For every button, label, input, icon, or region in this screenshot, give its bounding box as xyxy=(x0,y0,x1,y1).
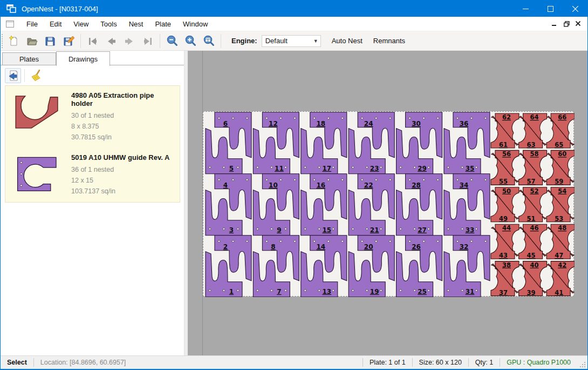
red-part-pair[interactable]: 4645 xyxy=(519,224,547,259)
engine-select[interactable]: Default ▼ xyxy=(262,35,321,47)
zoom-fit-button[interactable] xyxy=(200,33,218,49)
purple-part-pair[interactable]: 1211 xyxy=(253,112,299,174)
red-part-pair[interactable]: 5251 xyxy=(519,187,547,223)
drill-hole xyxy=(380,290,382,292)
zoom-fit-icon xyxy=(203,35,215,47)
mdi-document-icon[interactable] xyxy=(6,21,14,28)
import-drawing-button[interactable] xyxy=(5,68,21,83)
save-as-icon xyxy=(63,35,74,47)
part-number: 6 xyxy=(223,120,228,127)
menu-edit[interactable]: Edit xyxy=(44,17,67,31)
red-part-pair[interactable]: 5857 xyxy=(519,150,547,185)
remnants-button[interactable]: Remnants xyxy=(368,35,411,47)
list-item-drawing-2[interactable]: 5019 A10 UHMW guide Rev. A 36 of 1 neste… xyxy=(5,148,180,202)
purple-part-pair[interactable]: 2019 xyxy=(348,236,394,297)
mdi-close-button[interactable] xyxy=(572,18,584,29)
part-number: 27 xyxy=(418,226,427,234)
red-part-pair[interactable]: 4847 xyxy=(546,224,575,259)
drill-hole xyxy=(294,179,296,181)
zoom-out-button[interactable] xyxy=(163,33,181,49)
minimize-icon xyxy=(523,6,529,12)
menu-nest[interactable]: Nest xyxy=(123,17,149,31)
new-file-button[interactable] xyxy=(4,33,23,49)
drill-hole xyxy=(352,166,354,169)
tab-plates[interactable]: Plates xyxy=(2,52,56,65)
purple-part-pair[interactable]: 21 xyxy=(206,236,251,297)
part-number: 23 xyxy=(370,165,379,172)
red-part-pair[interactable]: 6665 xyxy=(546,113,575,149)
clean-button[interactable] xyxy=(28,68,44,83)
drill-hole xyxy=(280,179,282,181)
purple-part-pair[interactable]: 1413 xyxy=(301,236,347,297)
drill-hole xyxy=(232,240,234,243)
menu-view[interactable]: View xyxy=(67,17,94,31)
purple-part-pair[interactable]: 3231 xyxy=(444,236,490,297)
auto-nest-button[interactable]: Auto Nest xyxy=(326,35,368,47)
red-part-pair[interactable]: 4443 xyxy=(491,224,519,259)
purple-part-pair[interactable]: 2827 xyxy=(396,174,442,236)
red-part-pair[interactable]: 5655 xyxy=(491,150,519,185)
nav-prev-button[interactable] xyxy=(102,33,120,49)
plate[interactable]: 6512111817242330293635431091615222128273… xyxy=(203,111,574,297)
purple-part-pair[interactable]: 3635 xyxy=(444,112,490,174)
purple-part-pair[interactable]: 43 xyxy=(206,174,251,236)
purple-part-pair[interactable]: 3029 xyxy=(396,112,442,174)
purple-part-pair[interactable]: 1615 xyxy=(301,174,347,236)
drill-hole xyxy=(484,240,487,243)
open-folder-button[interactable] xyxy=(23,33,41,49)
drill-hole xyxy=(484,179,487,181)
close-button[interactable] xyxy=(563,1,587,17)
menu-tools[interactable]: Tools xyxy=(94,17,122,31)
drill-hole xyxy=(237,228,239,230)
red-part-pair[interactable]: 6463 xyxy=(519,113,547,149)
menu-window[interactable]: Window xyxy=(177,17,214,31)
red-part-pair[interactable]: 3837 xyxy=(491,261,519,297)
purple-part-pair[interactable]: 109 xyxy=(253,174,299,236)
mdi-minimize-button[interactable] xyxy=(549,18,560,29)
drawing-area: 103.7137 sq/in xyxy=(71,186,169,197)
part-number: 44 xyxy=(502,224,511,232)
drill-hole xyxy=(470,179,473,181)
part-number: 54 xyxy=(558,187,566,195)
purple-part-pair[interactable]: 87 xyxy=(253,236,299,297)
drill-hole xyxy=(294,117,296,119)
nav-first-button[interactable] xyxy=(84,33,102,49)
maximize-button[interactable] xyxy=(538,1,563,17)
purple-part-pair[interactable]: 2221 xyxy=(348,174,394,236)
purple-part-pair[interactable]: 2423 xyxy=(348,112,394,174)
nav-last-button[interactable] xyxy=(139,33,157,49)
list-item-drawing-1[interactable]: 4980 A05 Extraction pipe holder 30 of 1 … xyxy=(5,86,180,148)
drill-hole xyxy=(366,290,368,292)
minimize-button[interactable] xyxy=(513,1,538,17)
purple-part-pair[interactable]: 2625 xyxy=(396,236,442,297)
part-number: 65 xyxy=(555,141,563,149)
drill-hole xyxy=(366,228,368,230)
red-part-pair[interactable]: 6059 xyxy=(546,150,575,185)
nav-next-button[interactable] xyxy=(120,33,139,49)
menu-file[interactable]: File xyxy=(20,17,44,31)
red-part-pair[interactable]: 5453 xyxy=(546,187,575,223)
red-part-pair[interactable]: 6261 xyxy=(491,113,519,149)
drill-hole xyxy=(409,117,411,119)
mdi-restore-button[interactable] xyxy=(560,18,572,29)
part-number: 28 xyxy=(412,181,421,189)
status-mode: Select xyxy=(1,359,33,366)
purple-part-pair[interactable]: 1817 xyxy=(301,112,347,174)
nest-canvas[interactable]: 6512111817242330293635431091615222128273… xyxy=(188,51,587,355)
drill-hole xyxy=(318,290,320,292)
tab-drawings[interactable]: Drawings xyxy=(56,51,110,66)
purple-part-pair[interactable]: 65 xyxy=(206,112,251,174)
purple-part-pair[interactable]: 3433 xyxy=(444,174,490,236)
zoom-in-button[interactable] xyxy=(181,33,200,49)
red-part-pair[interactable]: 4039 xyxy=(519,261,547,297)
part-number: 55 xyxy=(499,178,508,185)
resize-grip[interactable] xyxy=(578,360,586,368)
red-part-pair[interactable]: 4241 xyxy=(546,261,575,297)
sidebar-panel: Plates Drawings xyxy=(1,51,184,355)
drill-hole xyxy=(313,179,316,181)
red-part-pair[interactable]: 5049 xyxy=(491,187,519,223)
mdi-minimize-icon xyxy=(552,21,557,26)
save-as-button[interactable] xyxy=(59,33,78,49)
menu-plate[interactable]: Plate xyxy=(149,17,177,31)
save-button[interactable] xyxy=(41,33,59,49)
